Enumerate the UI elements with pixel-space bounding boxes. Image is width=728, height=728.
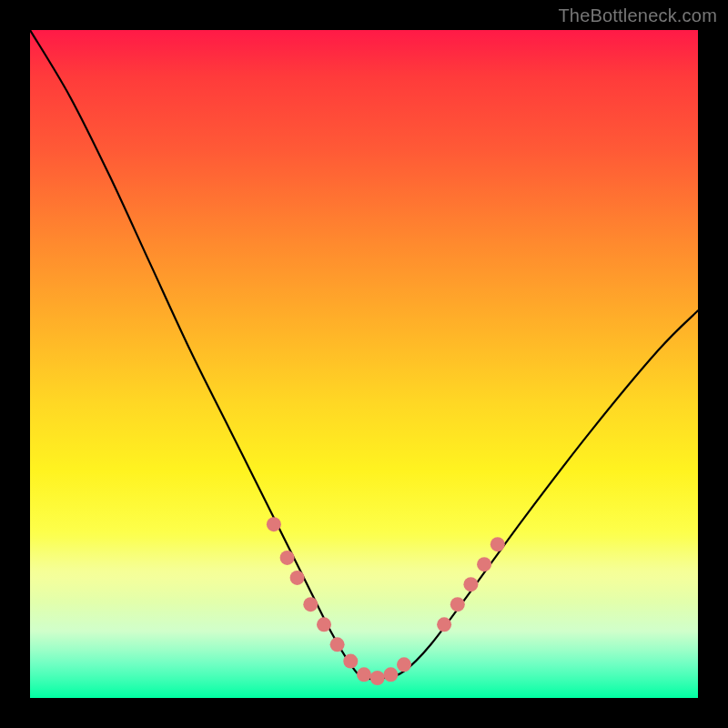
highlight-dot (490, 537, 505, 551)
highlight-dot (437, 617, 451, 632)
highlight-dot (267, 517, 281, 531)
highlight-dot (357, 667, 371, 682)
highlight-dot (397, 657, 411, 672)
highlight-dot (477, 557, 491, 571)
curve-layer (30, 30, 698, 698)
chart-frame: TheBottleneck.com (0, 0, 728, 728)
highlight-dot (280, 551, 295, 565)
highlight-dot (343, 654, 358, 669)
plot-area (30, 30, 698, 698)
highlight-dot (383, 667, 398, 682)
highlight-dot (290, 571, 305, 585)
highlight-dot (330, 637, 345, 652)
highlight-dot (450, 597, 465, 612)
highlight-dot (303, 597, 318, 612)
highlight-dot (463, 577, 478, 592)
attribution-label: TheBottleneck.com (558, 5, 717, 26)
highlight-dot (317, 617, 331, 632)
bottleneck-curve (30, 30, 698, 679)
highlight-dot (370, 671, 385, 685)
gradient-sheen (30, 538, 698, 698)
highlight-dots (267, 517, 505, 685)
